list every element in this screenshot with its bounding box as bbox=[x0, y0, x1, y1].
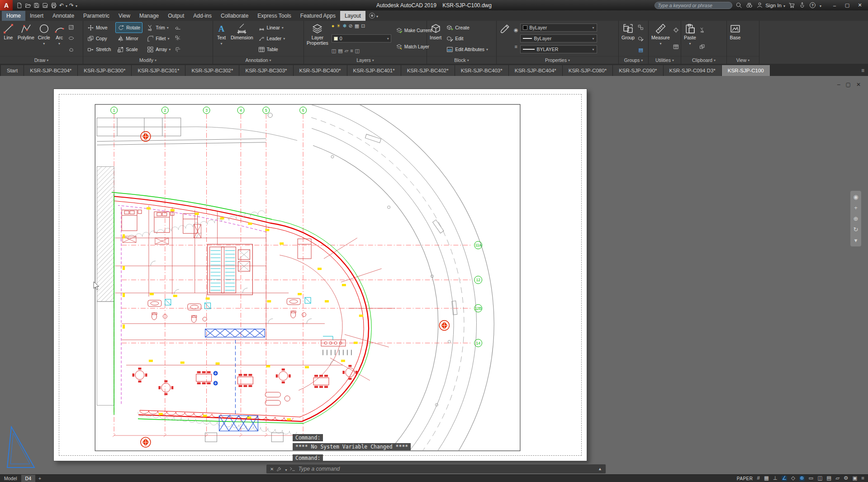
help-caret-icon[interactable] bbox=[820, 2, 821, 9]
layer-on-icon[interactable]: ● bbox=[332, 24, 335, 28]
measure-button[interactable]: Measure bbox=[650, 22, 671, 55]
file-tab-ksr-sjp-bc402-[interactable]: KSR-SJP-BC402* bbox=[401, 65, 455, 76]
selection-cycling-toggle[interactable]: ▤ bbox=[826, 476, 831, 481]
drawing-close-button[interactable]: ✕ bbox=[856, 81, 861, 88]
layer-lock-icon[interactable]: ⊘ bbox=[349, 24, 353, 28]
paste-button[interactable]: Paste bbox=[683, 22, 697, 55]
properties-list-icon[interactable]: ≡ bbox=[515, 44, 517, 49]
drawing-minimize-button[interactable]: – bbox=[837, 81, 840, 88]
file-tab-ksr-sjp-c100[interactable]: KSR-SJP-C100 bbox=[722, 65, 770, 76]
ellipse-icon[interactable] bbox=[68, 35, 74, 41]
ribbon-tab-featured-apps[interactable]: Featured Apps bbox=[296, 11, 340, 21]
file-tab-ksr-sjp-bc301-[interactable]: KSR-SJP-BC301* bbox=[132, 65, 185, 76]
stretch-button[interactable]: Stretch bbox=[85, 44, 113, 55]
help-icon[interactable]: ? bbox=[809, 2, 816, 9]
panel-label-groups[interactable]: Groups bbox=[619, 56, 648, 64]
file-tab-ksr-sjp-bc403-[interactable]: KSR-SJP-BC403* bbox=[455, 65, 509, 76]
annotation-scale-button[interactable]: ▱ bbox=[835, 476, 840, 481]
explode-icon[interactable] bbox=[175, 35, 181, 41]
floorplan-drawing[interactable]: 1 2 3 4 5 6 11a 12 12B 14 bbox=[54, 89, 587, 461]
search-icon[interactable] bbox=[735, 2, 743, 9]
hatch-icon[interactable] bbox=[68, 24, 74, 30]
ribbon-tab-home[interactable]: Home bbox=[2, 11, 25, 21]
space-toggle[interactable]: PAPER bbox=[737, 476, 753, 481]
scale-button[interactable]: Scale bbox=[115, 44, 142, 55]
layer-properties-button[interactable]: Layer Properties bbox=[305, 22, 330, 55]
linetype-select[interactable]: BYLAYER bbox=[520, 45, 597, 53]
file-tab-ksr-sjp-bc204-[interactable]: KSR-SJP-BC204* bbox=[24, 65, 78, 76]
panel-label-clipboard[interactable]: Clipboard bbox=[681, 56, 726, 64]
copy-button[interactable]: Copy bbox=[85, 33, 113, 44]
app-store-icon[interactable] bbox=[788, 2, 796, 9]
layer-off-icon[interactable]: ▱ bbox=[345, 48, 348, 53]
ribbon-tab-parametric[interactable]: Parametric bbox=[79, 11, 114, 21]
file-tab-ksr-sjp-bc302-[interactable]: KSR-SJP-BC302* bbox=[185, 65, 239, 76]
ortho-toggle[interactable]: ⊥ bbox=[773, 476, 778, 481]
autocad-app-menu-button[interactable]: A bbox=[0, 0, 13, 10]
zoom-icon[interactable]: ⊕ bbox=[854, 216, 859, 222]
layer-merge-icon[interactable]: ◫ bbox=[355, 48, 360, 53]
layer-thaw-icon[interactable]: ☀ bbox=[337, 24, 341, 28]
insert-block-button[interactable]: Insert bbox=[428, 22, 443, 55]
search-input[interactable] bbox=[658, 3, 729, 8]
linear-button[interactable]: Linear bbox=[256, 22, 287, 33]
layer-state-icon[interactable]: ▦ bbox=[355, 24, 359, 28]
file-tab-ksr-sjp-c080-[interactable]: KSR-SJP-C080* bbox=[563, 65, 613, 76]
id-point-icon[interactable] bbox=[673, 27, 679, 33]
ribbon-tab-add-ins[interactable]: Add-ins bbox=[189, 11, 216, 21]
layer-plot-icon[interactable]: ⊡ bbox=[361, 24, 365, 28]
ribbon-tab-annotate[interactable]: Annotate bbox=[48, 11, 79, 21]
lineweight-toggle[interactable]: ▭ bbox=[809, 476, 814, 481]
create-block-button[interactable]: Create bbox=[445, 22, 490, 33]
panel-label-annotation[interactable]: Annotation bbox=[213, 56, 304, 64]
ribbon-display-toggle[interactable] bbox=[369, 11, 378, 19]
panel-label-block[interactable]: Block bbox=[427, 56, 496, 64]
mirror-button[interactable]: Mirror bbox=[115, 33, 142, 44]
panel-label-utilities[interactable]: Utilities bbox=[649, 56, 681, 64]
revision-cloud-icon[interactable] bbox=[68, 47, 74, 52]
panel-label-modify[interactable]: Modify bbox=[83, 56, 213, 64]
qat-customize-icon[interactable] bbox=[76, 2, 77, 9]
navigation-wheel-icon[interactable]: ◉ bbox=[853, 194, 858, 200]
navbar-more-icon[interactable]: ▾ bbox=[854, 237, 858, 243]
ribbon-tab-manage[interactable]: Manage bbox=[135, 11, 163, 21]
layer-unisolate-icon[interactable]: ▤ bbox=[338, 48, 342, 53]
command-customize-icon[interactable] bbox=[276, 466, 282, 472]
group-edit-icon[interactable] bbox=[638, 36, 644, 42]
layer-select[interactable]: 0 bbox=[332, 34, 391, 43]
close-button[interactable]: ✕ bbox=[854, 0, 866, 10]
file-tab-start[interactable]: Start bbox=[1, 65, 24, 76]
plot-icon[interactable] bbox=[50, 1, 57, 9]
lineweight-select[interactable]: ByLayer bbox=[520, 34, 597, 43]
open-icon[interactable] bbox=[24, 1, 32, 9]
file-tab-ksr-sjp-bc401-[interactable]: KSR-SJP-BC401* bbox=[347, 65, 401, 76]
layer-isolate-icon[interactable]: ◫ bbox=[332, 48, 336, 53]
layout-tab-d4[interactable]: D4 bbox=[21, 475, 35, 482]
ribbon-tab-output[interactable]: Output bbox=[163, 11, 189, 21]
new-drawing-icon[interactable] bbox=[15, 1, 23, 9]
file-tab-ksr-sjp-bc303-[interactable]: KSR-SJP-BC303* bbox=[239, 65, 293, 76]
arc-button[interactable]: Arc bbox=[52, 22, 66, 55]
ribbon-tab-view[interactable]: View bbox=[114, 11, 135, 21]
group-button[interactable]: Group bbox=[620, 22, 636, 55]
ribbon-tab-express-tools[interactable]: Express Tools bbox=[253, 11, 295, 21]
undo-dropdown-icon[interactable] bbox=[66, 2, 67, 9]
orbit-icon[interactable]: ↻ bbox=[854, 227, 859, 232]
drawing-restore-button[interactable]: ▢ bbox=[846, 81, 851, 88]
rotate-button[interactable]: Rotate bbox=[115, 22, 142, 33]
pan-icon[interactable]: + bbox=[854, 205, 858, 211]
layer-walk-icon[interactable]: ≡ bbox=[350, 48, 353, 53]
file-tab-ksr-sjp-c094-d3-[interactable]: KSR-SJP-C094 D3* bbox=[664, 65, 722, 76]
polyline-button[interactable]: Polyline bbox=[16, 22, 36, 55]
text-button[interactable]: A Text bbox=[214, 22, 228, 55]
command-input[interactable] bbox=[298, 466, 595, 472]
snap-toggle[interactable]: ▦ bbox=[764, 476, 769, 481]
workspace-switcher-icon[interactable]: ⚙ bbox=[844, 476, 848, 481]
file-tab-ksr-sjp-bc400-[interactable]: KSR-SJP-BC400* bbox=[294, 65, 347, 76]
panel-label-view[interactable]: View bbox=[727, 56, 759, 64]
group-selection-toggle-icon[interactable]: ▤ bbox=[638, 47, 643, 52]
array-button[interactable]: Array bbox=[145, 44, 172, 55]
object-color-select[interactable]: ByLayer bbox=[520, 24, 597, 32]
offset-icon[interactable] bbox=[175, 47, 181, 52]
sign-in-button[interactable]: Sign In bbox=[756, 2, 785, 9]
